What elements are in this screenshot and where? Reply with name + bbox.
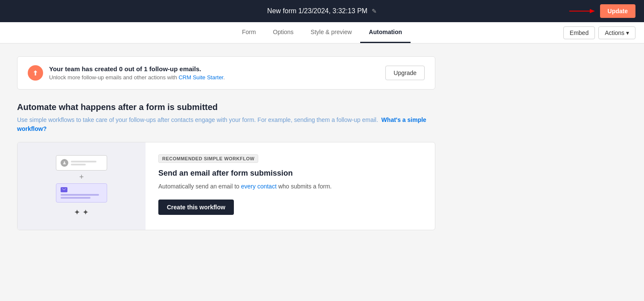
every-contact-link[interactable]: every contact [241, 183, 277, 190]
workflow-card: + ✦ ✦ Recommende [17, 142, 435, 230]
alert-heading: Your team has created 0 out of 1 follow-… [49, 65, 225, 72]
wf-sparkles-icon: ✦ ✦ [74, 208, 89, 217]
update-btn-area: Update [569, 4, 635, 18]
embed-button[interactable]: Embed [563, 26, 595, 39]
alert-left: Your team has created 0 out of 1 follow-… [28, 65, 225, 81]
wf-line-1 [71, 161, 96, 162]
wf-email-icon-box [61, 187, 67, 192]
wf-email-line-2 [61, 197, 90, 199]
upgrade-button[interactable]: Upgrade [385, 66, 425, 80]
alert-text: Your team has created 0 out of 1 follow-… [49, 65, 225, 81]
wf-email-line-1 [61, 194, 99, 196]
alert-icon-wrap [28, 65, 43, 81]
top-bar: New form 1/23/2024, 3:32:13 PM ✎ Update [0, 0, 644, 22]
tab-form[interactable]: Form [233, 22, 265, 43]
workflow-info: Recommended Simple Workflow Send an emai… [146, 142, 435, 230]
nav-tabs: Form Options Style & preview Automation [9, 22, 635, 43]
wf-lines [71, 161, 102, 165]
section-title: Automate what happens after a form is su… [17, 102, 435, 112]
page-title: New form 1/23/2024, 3:32:13 PM [267, 7, 367, 15]
edit-title-icon[interactable]: ✎ [372, 8, 377, 14]
wf-email-lines [61, 194, 102, 199]
crm-suite-link[interactable]: CRM Suite Starter [178, 74, 223, 81]
page-title-area: New form 1/23/2024, 3:32:13 PM ✎ [267, 7, 377, 15]
upload-arrow-icon [32, 69, 39, 77]
workflow-title: Send an email after form submission [158, 169, 422, 178]
nav-bar: Form Options Style & preview Automation … [0, 22, 644, 43]
workflow-diagram: + ✦ ✦ [56, 155, 107, 217]
section-heading: Automate what happens after a form is su… [17, 102, 435, 133]
arrow-indicator [569, 7, 595, 15]
wf-line-2 [71, 164, 86, 165]
arrow-icon [569, 7, 595, 15]
svg-marker-1 [590, 9, 595, 13]
update-button[interactable]: Update [600, 4, 635, 18]
svg-point-2 [64, 162, 65, 163]
alert-box: Your team has created 0 out of 1 follow-… [17, 56, 435, 90]
wf-email-box [56, 183, 107, 203]
wf-email-header [61, 187, 102, 192]
nav-actions: Embed Actions ▾ [563, 26, 635, 39]
wf-user-icon [61, 159, 68, 167]
section-description: Use simple workflows to take care of you… [17, 116, 435, 133]
simple-workflow-link[interactable]: What's a simple workflow? [17, 116, 426, 132]
create-workflow-button[interactable]: Create this workflow [158, 200, 234, 215]
alert-body: Unlock more follow-up emails and other a… [49, 74, 225, 81]
wf-plus-icon: + [79, 173, 84, 181]
actions-button[interactable]: Actions ▾ [598, 26, 635, 39]
tab-options[interactable]: Options [265, 22, 302, 43]
workflow-visual: + ✦ ✦ [17, 142, 146, 230]
workflow-description: Automatically send an email to every con… [158, 182, 422, 191]
main-content: Your team has created 0 out of 1 follow-… [0, 43, 644, 301]
tab-automation[interactable]: Automation [360, 22, 411, 43]
workflow-badge: Recommended Simple Workflow [158, 154, 258, 163]
tab-style-preview[interactable]: Style & preview [302, 22, 360, 43]
wf-form-box [56, 155, 107, 171]
